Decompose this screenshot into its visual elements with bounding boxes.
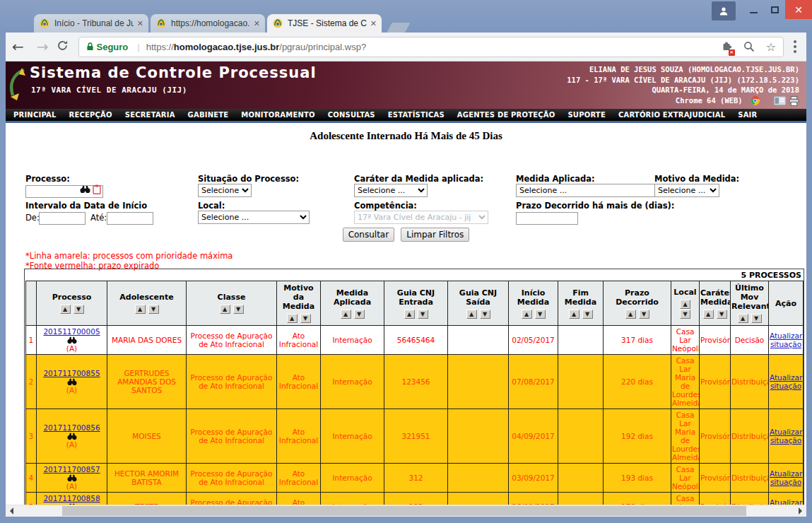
forward-button[interactable]: → (30, 38, 55, 55)
profile-button[interactable] (712, 1, 736, 20)
sort-asc-button[interactable]: ▲ (341, 310, 351, 319)
sort-asc-button[interactable]: ▲ (135, 305, 146, 314)
sort-desc-button[interactable]: ▼ (354, 310, 365, 319)
menu-item-consultas[interactable]: CONSULTAS (322, 111, 382, 119)
tab-close-icon[interactable]: ✕ (370, 19, 377, 28)
scrollbar-thumb[interactable] (62, 506, 746, 516)
sort-asc-button[interactable]: ▲ (404, 310, 415, 319)
process-suffix: (A) (37, 440, 106, 449)
limpar-filtros-button[interactable]: Limpar Filtros (401, 228, 469, 242)
de-label: De: (25, 213, 40, 223)
sort-desc-button[interactable]: ▼ (148, 305, 159, 314)
atualizar-situacao-link[interactable]: Atualizar situação (770, 373, 802, 390)
prazo-decorrido-cell: 220 dias (604, 355, 671, 409)
data-inicio-ate-input[interactable] (107, 212, 153, 225)
sort-desc-button[interactable]: ▼ (300, 314, 311, 323)
fim-medida-cell (558, 409, 604, 464)
sort-asc-button[interactable]: ▲ (287, 314, 298, 323)
sort-desc-button[interactable]: ▼ (751, 314, 762, 323)
binoculars-icon[interactable] (67, 474, 77, 482)
process-link[interactable]: 201711700856 (43, 423, 100, 432)
column-header: Local▲▼ (671, 281, 700, 326)
classe-cell: Processo de Apuração de Ato Infracional (187, 355, 277, 409)
menu-item-principal[interactable]: PRINCIPAL (7, 111, 63, 119)
menu-item-sair[interactable]: SAIR (731, 111, 763, 119)
competencia-select[interactable]: 17ª Vara Cível de Aracaju - jij (354, 211, 488, 224)
process-link[interactable]: 201511700005 (43, 327, 100, 336)
process-link[interactable]: 201711700858 (43, 494, 100, 503)
sort-desc-button[interactable]: ▼ (717, 310, 727, 319)
horizontal-scrollbar[interactable] (6, 505, 806, 517)
printer-icon[interactable] (789, 96, 799, 106)
sort-desc-button[interactable]: ▼ (233, 305, 244, 314)
tab-close-icon[interactable]: ✕ (254, 19, 260, 28)
process-link[interactable]: 201711700857 (43, 465, 100, 474)
fim-medida-cell (558, 355, 604, 409)
reload-button[interactable] (57, 40, 69, 54)
process-cell: 201711700856 (A) (37, 409, 107, 464)
tab-close-icon[interactable]: ✕ (137, 19, 143, 28)
sort-desc-button[interactable]: ▼ (535, 310, 546, 319)
back-button[interactable]: ← (6, 38, 30, 55)
sort-desc-button[interactable]: ▼ (582, 310, 593, 319)
menu-item-cartorio-extrajudicial[interactable]: CARTÓRIO EXTRAJUDICIAL (612, 111, 731, 119)
new-tab-button[interactable] (387, 23, 410, 33)
process-link[interactable]: 201711700855 (43, 369, 100, 377)
tab-inicio[interactable]: Início - Tribunal de Justiç ✕ (34, 14, 148, 33)
menu-item-secretaria[interactable]: SECRETARIA (119, 111, 182, 119)
prazo-dias-input[interactable] (516, 212, 578, 225)
menu-item-recepcao[interactable]: RECEPÇÃO (63, 111, 119, 119)
tab-sistema-controle[interactable]: TJSE - Sistema de Contro ✕ (267, 14, 382, 33)
sort-asc-button[interactable]: ▲ (220, 305, 230, 314)
browser-menu-button[interactable] (794, 40, 796, 53)
sort-asc-button[interactable]: ▲ (466, 310, 477, 319)
binoculars-icon[interactable] (67, 377, 77, 386)
extension-button[interactable]: × (721, 40, 732, 54)
close-button[interactable]: ✕ (785, 0, 812, 19)
binoculars-icon[interactable] (67, 336, 77, 344)
data-inicio-de-input[interactable] (39, 212, 86, 225)
menu-item-estatisticas[interactable]: ESTATÍSTICAS (382, 111, 451, 119)
sort-desc-button[interactable]: ▼ (639, 310, 649, 319)
scroll-right-button[interactable] (794, 505, 806, 517)
atualizar-situacao-link[interactable]: Atualizar situação (770, 469, 802, 486)
sort-desc-button[interactable]: ▼ (480, 310, 490, 319)
sort-asc-button[interactable]: ▲ (703, 310, 714, 319)
page-viewport: Sistema de Controle Processual 17ª VARA … (6, 61, 806, 517)
minimize-button[interactable] (743, 0, 764, 19)
sort-desc-button[interactable]: ▼ (418, 310, 428, 319)
binoculars-icon[interactable] (67, 432, 77, 440)
bookmark-star-icon[interactable]: ☆ (766, 40, 776, 54)
local-select[interactable]: Selecione ... (198, 211, 310, 224)
motivo-select[interactable]: Selecione ... (654, 184, 719, 197)
note-yellow-row: *Linha amarela: processos com prioridade… (25, 251, 233, 261)
binoculars-icon[interactable] (80, 184, 90, 194)
carater-select[interactable]: Selecione ... (354, 184, 428, 197)
atualizar-situacao-link[interactable]: Atualizar situação (770, 331, 802, 348)
menu-item-suporte[interactable]: SUPORTE (561, 111, 611, 119)
sort-asc-button[interactable]: ▲ (625, 310, 636, 319)
sort-asc-button[interactable]: ▲ (522, 310, 532, 319)
maximize-button[interactable] (764, 0, 785, 19)
id-card-icon[interactable] (774, 96, 786, 105)
menu-item-monitoramento[interactable]: MONITORAMENTO (235, 111, 321, 119)
sort-asc-button[interactable]: ▲ (60, 305, 71, 314)
sort-asc-button[interactable]: ▲ (569, 310, 579, 319)
menu-item-gabinete[interactable]: GABINETE (182, 111, 235, 119)
sort-desc-button[interactable]: ▼ (680, 310, 690, 319)
consultar-button[interactable]: Consultar (343, 228, 395, 242)
tab-homologacao[interactable]: https://homologacao.tjse ✕ (151, 14, 265, 33)
medida-select[interactable]: Selecione ... (516, 184, 666, 197)
sort-asc-button[interactable]: ▲ (738, 314, 748, 323)
atualizar-situacao-link[interactable]: Atualizar situação (770, 428, 802, 445)
zoom-icon[interactable] (743, 41, 755, 52)
situacao-select[interactable]: Selecione ... (198, 184, 252, 197)
sort-desc-button[interactable]: ▼ (73, 305, 84, 314)
menu-item-agentes-de-protecao[interactable]: AGENTES DE PROTEÇÃO (451, 111, 562, 119)
tjse-favicon (155, 18, 167, 29)
sort-asc-button[interactable]: ▲ (680, 300, 690, 309)
app-title: Sistema de Controle Processual (30, 64, 317, 81)
address-bar[interactable]: Seguro | https://homologacao.tjse.jus.br… (78, 37, 784, 57)
clipboard-icon[interactable] (93, 184, 101, 194)
scroll-left-button[interactable] (6, 505, 18, 517)
